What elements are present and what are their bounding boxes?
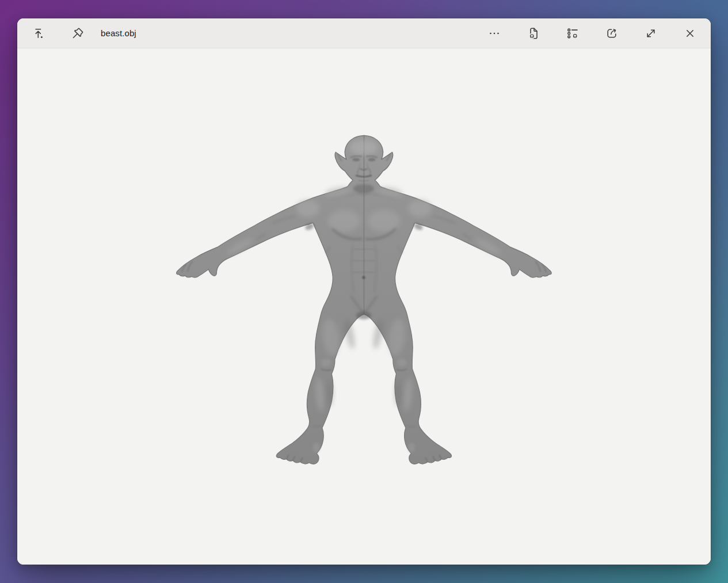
close-icon (683, 26, 697, 40)
fullscreen-icon (644, 26, 658, 40)
pin-button[interactable] (66, 22, 89, 45)
desktop: { "desktop": { "wallpaper_gradient": { "… (0, 0, 728, 583)
beast-model-illustration (17, 48, 711, 565)
share-icon (605, 26, 619, 40)
fullscreen-button[interactable] (639, 22, 662, 45)
toolbar-actions (483, 22, 702, 45)
ellipsis-icon (487, 26, 501, 40)
open-with-button[interactable] (561, 22, 584, 45)
pin-icon (71, 26, 85, 40)
list-upload-icon (566, 26, 580, 40)
share-button[interactable] (600, 22, 623, 45)
open-file-button[interactable] (522, 22, 545, 45)
more-options-button[interactable] (483, 22, 506, 45)
title-bar[interactable]: beast.obj (17, 18, 711, 48)
file-title: beast.obj (101, 28, 136, 38)
preview-viewport[interactable] (17, 48, 711, 565)
arrow-upload-icon (32, 26, 46, 40)
file-upload-icon (527, 26, 540, 40)
close-button[interactable] (679, 22, 702, 45)
arrow-upload-button[interactable] (28, 22, 51, 45)
preview-window: beast.obj (17, 18, 711, 565)
